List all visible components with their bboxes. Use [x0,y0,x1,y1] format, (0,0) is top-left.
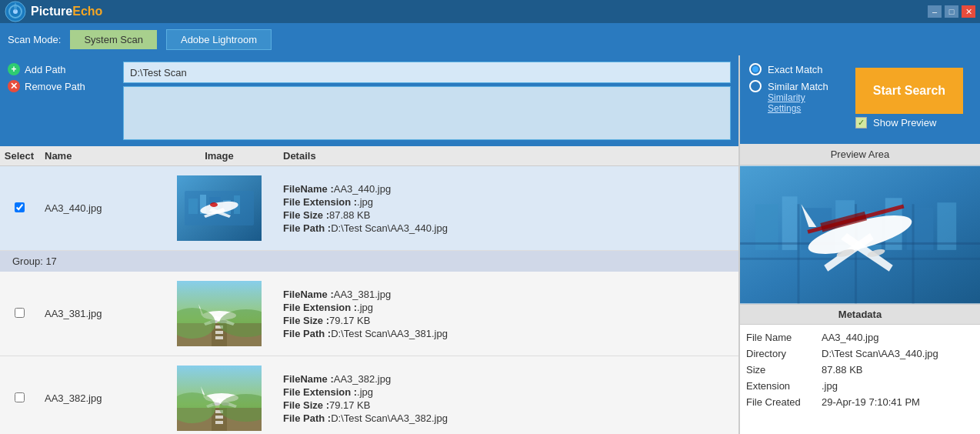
row-details: FileName :AA3_381.jpg File Extension :.j… [277,281,738,347]
meta-row-filename: File Name AA3_440.jpg [746,329,974,346]
svg-rect-19 [215,336,223,339]
start-search-col: Start Search Show Preview [838,55,980,138]
results-area: Select Name Image Details AA3_440.jpg [0,146,738,434]
meta-val-extension: .jpg [822,380,974,392]
svg-rect-32 [215,416,223,419]
row-name: AA3_381.jpg [38,308,162,319]
main-content: + Add Path ✕ Remove Path Select [0,55,980,434]
right-panel: Exact Match Similar Match Similarity Set… [738,55,980,434]
meta-row-created: File Created 29-Apr-19 7:10:41 PM [746,394,974,410]
meta-row-extension: Extension .jpg [746,378,974,394]
table-row: AA3_440.jpg [0,166,738,251]
meta-key-directory: Directory [746,348,815,359]
metadata-section: Metadata File Name AA3_440.jpg Directory… [740,304,980,434]
row-details: FileName :AA3_440.jpg File Extension :.j… [277,175,738,242]
show-preview-label: Show Preview [873,117,936,129]
row-image [162,171,277,245]
minimize-button[interactable]: – [928,5,942,18]
results-header: Select Name Image Details [0,146,738,166]
show-preview-row: Show Preview [855,117,963,129]
exact-match-row: Exact Match [749,63,829,75]
close-button[interactable]: ✕ [962,5,975,18]
meta-val-filename: AA3_440.jpg [822,332,974,343]
preview-area-header: Preview Area [740,144,980,165]
restore-button[interactable]: □ [945,5,958,18]
svg-rect-55 [912,204,915,303]
path-controls: + Add Path ✕ Remove Path [8,62,115,140]
window-controls: – □ ✕ [928,5,975,18]
exact-match-radio[interactable] [749,63,762,75]
thumbnail-382 [177,366,262,431]
row-details: FileName :AA3_382.jpg File Extension :.j… [277,366,738,432]
svg-rect-52 [740,258,980,260]
col-header-image: Image [162,150,277,162]
row-checkbox[interactable] [15,392,25,402]
titlebar: PictureEcho – □ ✕ [0,0,980,23]
remove-path-label: Remove Path [25,81,85,92]
meta-row-directory: Directory D:\Test Scan\AA3_440.jpg [746,346,974,362]
svg-rect-18 [215,331,223,334]
show-preview-checkbox[interactable] [855,117,867,129]
start-search-button[interactable]: Start Search [855,68,963,114]
preview-image-container [740,165,980,304]
row-name: AA3_440.jpg [38,202,162,214]
lightroom-button[interactable]: Adobe Lightroom [166,29,272,50]
meta-key-extension: Extension [746,380,815,392]
left-panel: + Add Path ✕ Remove Path Select [0,55,738,434]
meta-val-directory: D:\Test Scan\AA3_440.jpg [822,348,974,359]
add-path-label: Add Path [25,64,66,75]
svg-rect-33 [215,421,223,424]
similar-match-radio[interactable] [749,80,762,92]
group-separator: Group: 17 [0,251,738,272]
row-image [162,276,277,351]
svg-point-11 [210,202,218,207]
meta-row-size: Size 87.88 KB [746,362,974,378]
metadata-header: Metadata [740,304,980,325]
row-select-cell [0,392,38,405]
col-header-details: Details [277,150,738,162]
row-select-cell [0,308,38,320]
exact-match-label: Exact Match [768,64,823,75]
row-checkbox[interactable] [15,202,25,212]
row-checkbox[interactable] [15,308,25,318]
metadata-table: File Name AA3_440.jpg Directory D:\Test … [740,325,980,415]
app-logo: PictureEcho [5,1,102,22]
svg-rect-53 [798,204,800,303]
meta-key-filename: File Name [746,332,815,343]
meta-val-size: 87.88 KB [822,364,974,376]
search-options: Exact Match Similar Match Similarity Set… [740,55,838,122]
preview-image [740,165,980,304]
path-section: + Add Path ✕ Remove Path [0,55,738,146]
meta-key-created: File Created [746,396,815,408]
similarity-settings-link[interactable]: Similarity Settings [768,92,829,114]
toolbar: Scan Mode: System Scan Adobe Lightroom [0,23,980,55]
path-input[interactable] [123,62,731,83]
meta-key-size: Size [746,364,815,376]
row-name: AA3_382.jpg [38,392,162,404]
remove-icon: ✕ [8,80,20,92]
col-header-name: Name [38,150,162,162]
thumbnail-440 [177,175,262,241]
app-title: PictureEcho [31,5,102,18]
similar-match-row: Similar Match [749,80,829,92]
system-scan-button[interactable]: System Scan [70,30,157,49]
row-select-cell [0,202,38,215]
app-logo-icon [5,1,26,22]
similar-match-label: Similar Match [768,81,828,92]
table-row: AA3_381.jpg [0,272,738,356]
table-row: AA3_382.jpg [0,356,738,434]
scan-mode-label: Scan Mode: [8,34,61,45]
row-image [162,361,277,434]
path-list [123,86,731,140]
add-icon: + [8,63,20,75]
meta-val-created: 29-Apr-19 7:10:41 PM [822,396,974,408]
svg-rect-44 [782,196,798,250]
add-path-button[interactable]: + Add Path [8,63,115,75]
thumbnail-381 [177,281,262,346]
search-options-bar: Exact Match Similar Match Similarity Set… [740,55,980,144]
svg-rect-5 [188,199,198,214]
path-input-area [123,62,731,140]
main-window: PictureEcho – □ ✕ Scan Mode: System Scan… [0,0,980,434]
remove-path-button[interactable]: ✕ Remove Path [8,80,115,92]
col-header-select: Select [0,150,38,162]
